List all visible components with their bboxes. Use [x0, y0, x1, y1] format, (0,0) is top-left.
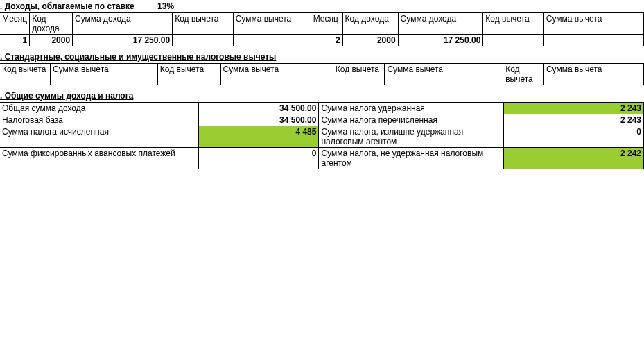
header-month-b: Месяц [311, 13, 342, 35]
tax-base-value: 34 500.00 [198, 114, 319, 126]
ded-code-4: Код вычета [503, 64, 544, 85]
ded-sum-4: Сумма вычета [543, 64, 643, 85]
fixed-adv-value: 0 [198, 148, 319, 169]
tax-withheld-label: Сумма налога удержанная [319, 103, 504, 114]
section-4-title: . Стандартные, социальные и имущественны… [0, 51, 644, 63]
header-ded-code-a: Код вычета [173, 13, 234, 35]
cell-dedcode-a [173, 35, 234, 46]
section-5-title: . Общие суммы дохода и налога [0, 89, 644, 102]
section-3-title: . Доходы, облагаемые по ставке 13% [0, 0, 644, 12]
totals-row-2: Налоговая база 34 500.00 Сумма налога пе… [0, 114, 644, 126]
deductions-header-row: Код вычета Сумма вычета Код вычета Сумма… [0, 64, 644, 85]
cell-code-b: 2000 [342, 35, 398, 46]
totals-row-4: Сумма фиксированных авансовых платежей 0… [0, 148, 644, 169]
section-3-label: . Доходы, облагаемые по ставке [0, 1, 134, 11]
tax-withheld-value: 2 243 [504, 103, 644, 114]
tax-over-label: Сумма налога, излишне удержанная налогов… [319, 126, 504, 148]
cell-dedsum-a [233, 35, 311, 46]
totals-row-1: Общая сумма дохода 34 500.00 Сумма налог… [0, 103, 644, 114]
deductions-table: Код вычета Сумма вычета Код вычета Сумма… [0, 63, 644, 85]
tax-transferred-value: 2 243 [504, 114, 644, 126]
ded-sum-1: Сумма вычета [51, 64, 158, 85]
ded-sum-2: Сумма вычета [220, 64, 333, 85]
tax-calc-label: Сумма налога исчисленная [0, 126, 198, 148]
totals-row-3: Сумма налога исчисленная 4 485 Сумма нал… [0, 126, 644, 148]
cell-sum-a: 17 250.00 [73, 35, 173, 46]
header-income-sum-a: Сумма дохода [73, 13, 173, 35]
header-income-code-a: Код дохода [30, 13, 73, 35]
fixed-adv-label: Сумма фиксированных авансовых платежей [0, 148, 198, 169]
cell-dedsum-b [543, 35, 643, 46]
header-ded-sum-b: Сумма вычета [543, 13, 643, 35]
ded-code-1: Код вычета [0, 64, 51, 85]
ded-sum-3: Сумма вычета [385, 64, 503, 85]
tax-base-label: Налоговая база [0, 114, 198, 126]
header-month-a: Месяц [0, 13, 30, 35]
total-income-value: 34 500.00 [198, 103, 319, 114]
cell-month-b: 2 [311, 35, 342, 46]
header-income-code-b: Код дохода [342, 13, 398, 35]
cell-dedcode-b [483, 35, 544, 46]
tax-calc-value: 4 485 [198, 126, 319, 148]
cell-code-a: 2000 [30, 35, 73, 46]
header-ded-sum-a: Сумма вычета [233, 13, 311, 35]
tax-not-withheld-value: 2 242 [504, 148, 644, 169]
tax-not-withheld-label: Сумма налога, не удержанная налоговым аг… [319, 148, 504, 169]
cell-month-a: 1 [0, 35, 30, 46]
tax-transferred-label: Сумма налога перечисленная [319, 114, 504, 126]
income-header-row: Месяц Код дохода Сумма дохода Код вычета… [0, 13, 644, 35]
income-row-1: 1 2000 17 250.00 2 2000 17 250.00 [0, 35, 644, 46]
income-table: Месяц Код дохода Сумма дохода Код вычета… [0, 12, 644, 46]
totals-table: Общая сумма дохода 34 500.00 Сумма налог… [0, 102, 644, 169]
ded-code-2: Код вычета [157, 64, 220, 85]
header-ded-code-b: Код вычета [483, 13, 544, 35]
ded-code-3: Код вычета [333, 64, 385, 85]
section-3-rate: 13% [157, 1, 174, 11]
cell-sum-b: 17 250.00 [398, 35, 483, 46]
header-income-sum-b: Сумма дохода [398, 13, 483, 35]
total-income-label: Общая сумма дохода [0, 103, 198, 114]
tax-over-value: 0 [504, 126, 644, 148]
